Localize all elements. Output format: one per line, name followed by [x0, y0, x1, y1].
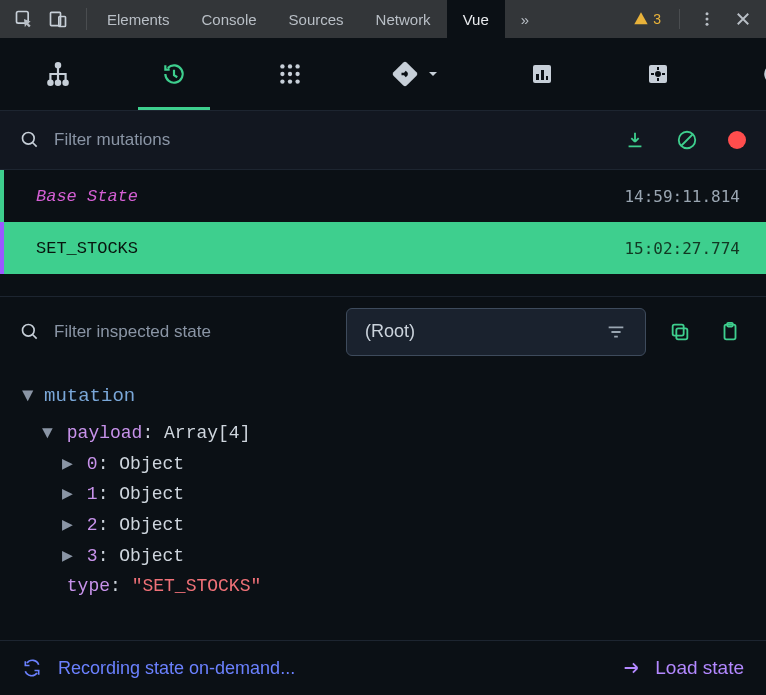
footer-bar: Recording state on-demand... Load state: [0, 640, 766, 695]
svg-point-14: [288, 72, 292, 76]
arrow-right-icon: [621, 657, 643, 679]
tree-value: Object: [119, 515, 184, 535]
clear-icon[interactable]: [676, 129, 698, 151]
svg-rect-21: [536, 74, 539, 80]
refresh-button[interactable]: [738, 38, 766, 110]
svg-point-15: [295, 72, 299, 76]
disclosure-open-icon: ▼: [42, 418, 56, 449]
history-icon: [161, 61, 187, 87]
search-icon: [20, 130, 40, 150]
routing-tab-icon[interactable]: [370, 38, 462, 110]
tree-row-item[interactable]: ▶ 3: Object: [22, 541, 750, 572]
svg-point-30: [23, 133, 35, 145]
copy-state-button[interactable]: [664, 316, 696, 348]
svg-rect-29: [662, 73, 665, 75]
tree-key: 2: [87, 515, 98, 535]
chevron-down-icon: [425, 66, 441, 82]
inspector-toolbar: (Root): [0, 296, 766, 366]
log-base-state-row[interactable]: Base State 14:59:11.814: [0, 170, 766, 222]
refresh-icon: [761, 61, 766, 87]
mutation-log: Base State 14:59:11.814 SET_STOCKS 15:02…: [0, 170, 766, 274]
settings-tab-icon[interactable]: [622, 38, 694, 110]
log-mutation-row[interactable]: SET_STOCKS 15:02:27.774: [0, 222, 766, 274]
svg-point-12: [295, 64, 299, 68]
tree-key: 0: [87, 454, 98, 474]
load-state-button[interactable]: Load state: [621, 657, 744, 679]
tab-overflow[interactable]: »: [505, 0, 545, 38]
svg-point-4: [706, 18, 709, 21]
device-toolbar-icon[interactable]: [48, 9, 68, 29]
load-state-label: Load state: [655, 657, 744, 679]
svg-point-16: [280, 79, 284, 83]
tree-row-item[interactable]: ▶ 0: Object: [22, 449, 750, 480]
tree-value: Array[4]: [164, 423, 250, 443]
svg-point-17: [288, 79, 292, 83]
state-tree: ▼ mutation ▼ payload: Array[4] ▶ 0: Obje…: [0, 366, 766, 610]
grid-dots-icon: [277, 61, 303, 87]
sync-icon[interactable]: [22, 658, 42, 678]
tree-row-item[interactable]: ▶ 2: Object: [22, 510, 750, 541]
svg-point-13: [280, 72, 284, 76]
tree-value: Object: [119, 454, 184, 474]
tree-key: type: [67, 576, 110, 596]
svg-point-11: [288, 64, 292, 68]
directions-icon: [391, 60, 419, 88]
tree-key: 3: [87, 546, 98, 566]
gear-box-icon: [646, 62, 670, 86]
warning-icon: [633, 11, 649, 27]
svg-point-9: [63, 81, 67, 85]
record-toggle-icon[interactable]: [728, 131, 746, 149]
module-scope-select[interactable]: (Root): [346, 308, 646, 356]
tab-elements[interactable]: Elements: [91, 0, 186, 38]
tab-network[interactable]: Network: [360, 0, 447, 38]
clipboard-icon: [719, 321, 741, 343]
svg-rect-28: [651, 73, 654, 75]
disclosure-closed-icon: ▶: [62, 449, 76, 480]
filter-state-input[interactable]: [54, 322, 266, 342]
import-state-button[interactable]: [714, 316, 746, 348]
events-tab-icon[interactable]: [254, 38, 326, 110]
vuex-tab-icon[interactable]: [138, 38, 210, 110]
mutation-name: SET_STOCKS: [36, 239, 138, 258]
tab-vue[interactable]: Vue: [447, 0, 505, 38]
mutations-filter-bar: [0, 110, 766, 170]
warning-count: 3: [653, 11, 661, 27]
svg-point-18: [295, 79, 299, 83]
tree-key: 1: [87, 484, 98, 504]
warning-count-chip[interactable]: 3: [633, 11, 661, 27]
tree-value: "SET_STOCKS": [132, 576, 262, 596]
svg-point-8: [56, 81, 60, 85]
performance-tab-icon[interactable]: [506, 38, 578, 110]
tree-row-item[interactable]: ▶ 1: Object: [22, 479, 750, 510]
copy-icon: [669, 321, 691, 343]
tab-console[interactable]: Console: [186, 0, 273, 38]
tree-icon: [45, 61, 71, 87]
tree-section-mutation[interactable]: ▼ mutation: [22, 380, 750, 412]
components-tab-icon[interactable]: [22, 38, 94, 110]
tab-sources[interactable]: Sources: [273, 0, 360, 38]
tree-value: Object: [119, 484, 184, 504]
vue-devtools-toolbar: [0, 38, 766, 110]
svg-rect-33: [676, 328, 687, 339]
kebab-menu-icon[interactable]: [698, 10, 716, 28]
devtools-tabstrip: Elements Console Sources Network Vue » 3: [0, 0, 766, 38]
svg-rect-22: [541, 70, 544, 80]
svg-rect-26: [657, 67, 659, 70]
disclosure-open-icon: ▼: [22, 380, 36, 412]
svg-point-5: [706, 23, 709, 26]
svg-point-32: [23, 324, 35, 336]
disclosure-closed-icon: ▶: [62, 479, 76, 510]
tree-row-payload[interactable]: ▼ payload: Array[4]: [22, 418, 750, 449]
inspect-element-icon[interactable]: [14, 9, 34, 29]
tree-value: Object: [119, 546, 184, 566]
svg-rect-27: [657, 78, 659, 81]
close-icon[interactable]: [734, 10, 752, 28]
svg-rect-34: [673, 324, 684, 335]
disclosure-closed-icon: ▶: [62, 541, 76, 572]
svg-point-3: [706, 12, 709, 15]
filter-mutations-input[interactable]: [54, 130, 266, 150]
disclosure-closed-icon: ▶: [62, 510, 76, 541]
download-icon[interactable]: [624, 129, 646, 151]
svg-point-25: [655, 71, 661, 77]
tree-row-type[interactable]: ▶ type: "SET_STOCKS": [22, 571, 750, 602]
